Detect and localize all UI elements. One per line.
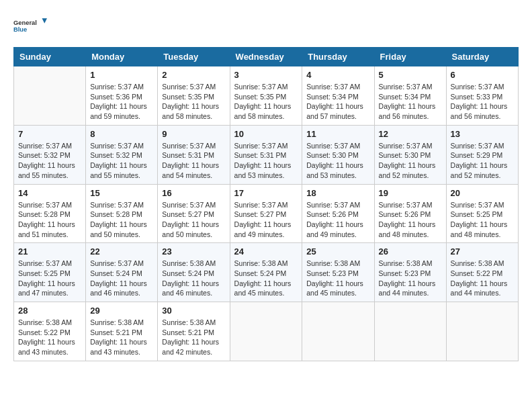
day-info: Sunrise: 5:38 AM Sunset: 5:24 PM Dayligh… — [234, 259, 298, 298]
day-number: 5 — [379, 70, 442, 80]
day-number: 6 — [451, 70, 514, 80]
svg-marker-2 — [42, 18, 48, 24]
weekday-header-sunday: Sunday — [14, 48, 86, 66]
day-number: 23 — [162, 246, 225, 257]
calendar-cell: 16 Sunrise: 5:37 AM Sunset: 5:27 PM Dayl… — [158, 184, 230, 243]
calendar-cell: 17 Sunrise: 5:37 AM Sunset: 5:27 PM Dayl… — [230, 184, 302, 243]
calendar-cell: 3 Sunrise: 5:37 AM Sunset: 5:35 PM Dayli… — [230, 66, 302, 126]
day-info: Sunrise: 5:38 AM Sunset: 5:21 PM Dayligh… — [162, 318, 225, 357]
day-number: 12 — [379, 129, 442, 139]
day-info: Sunrise: 5:37 AM Sunset: 5:28 PM Dayligh… — [18, 200, 81, 240]
day-info: Sunrise: 5:37 AM Sunset: 5:25 PM Dayligh… — [451, 200, 514, 240]
calendar-cell: 4 Sunrise: 5:37 AM Sunset: 5:34 PM Dayli… — [302, 66, 374, 126]
day-number: 3 — [234, 70, 298, 80]
calendar-cell: 27 Sunrise: 5:38 AM Sunset: 5:22 PM Dayl… — [446, 243, 518, 302]
day-number: 8 — [90, 129, 153, 139]
day-number: 1 — [90, 70, 153, 80]
calendar-cell: 18 Sunrise: 5:37 AM Sunset: 5:26 PM Dayl… — [302, 184, 374, 243]
calendar-cell: 28 Sunrise: 5:38 AM Sunset: 5:22 PM Dayl… — [14, 302, 86, 361]
week-row-2: 7 Sunrise: 5:37 AM Sunset: 5:32 PM Dayli… — [14, 125, 519, 184]
weekday-header-thursday: Thursday — [302, 48, 374, 66]
calendar-cell: 29 Sunrise: 5:38 AM Sunset: 5:21 PM Dayl… — [86, 302, 158, 361]
day-number: 4 — [306, 70, 369, 80]
day-number: 25 — [306, 246, 369, 257]
day-info: Sunrise: 5:37 AM Sunset: 5:30 PM Dayligh… — [379, 141, 442, 181]
day-number: 16 — [162, 188, 225, 198]
day-number: 14 — [18, 188, 81, 198]
day-info: Sunrise: 5:37 AM Sunset: 5:33 PM Dayligh… — [451, 82, 514, 122]
day-number: 20 — [451, 188, 514, 198]
day-info: Sunrise: 5:37 AM Sunset: 5:29 PM Dayligh… — [451, 141, 514, 181]
day-number: 13 — [451, 129, 514, 139]
day-number: 26 — [379, 246, 442, 257]
calendar-cell: 5 Sunrise: 5:37 AM Sunset: 5:34 PM Dayli… — [374, 66, 446, 126]
day-info: Sunrise: 5:37 AM Sunset: 5:25 PM Dayligh… — [18, 259, 81, 298]
calendar-cell — [374, 302, 446, 361]
calendar-cell — [14, 66, 86, 126]
day-info: Sunrise: 5:38 AM Sunset: 5:23 PM Dayligh… — [306, 259, 369, 298]
svg-text:Blue: Blue — [13, 26, 27, 33]
day-number: 28 — [18, 306, 81, 316]
calendar-cell: 15 Sunrise: 5:37 AM Sunset: 5:28 PM Dayl… — [86, 184, 158, 243]
day-info: Sunrise: 5:37 AM Sunset: 5:31 PM Dayligh… — [234, 141, 298, 181]
day-info: Sunrise: 5:37 AM Sunset: 5:31 PM Dayligh… — [162, 141, 225, 181]
day-info: Sunrise: 5:37 AM Sunset: 5:36 PM Dayligh… — [90, 82, 153, 122]
weekday-header-tuesday: Tuesday — [158, 48, 230, 66]
calendar-cell: 25 Sunrise: 5:38 AM Sunset: 5:23 PM Dayl… — [302, 243, 374, 302]
weekday-header-wednesday: Wednesday — [230, 48, 302, 66]
day-info: Sunrise: 5:37 AM Sunset: 5:28 PM Dayligh… — [90, 200, 153, 240]
week-row-1: 1 Sunrise: 5:37 AM Sunset: 5:36 PM Dayli… — [14, 66, 519, 126]
day-info: Sunrise: 5:37 AM Sunset: 5:35 PM Dayligh… — [234, 82, 298, 122]
calendar-cell: 21 Sunrise: 5:37 AM Sunset: 5:25 PM Dayl… — [14, 243, 86, 302]
day-info: Sunrise: 5:38 AM Sunset: 5:24 PM Dayligh… — [162, 259, 225, 298]
calendar-cell: 22 Sunrise: 5:37 AM Sunset: 5:24 PM Dayl… — [86, 243, 158, 302]
day-number: 27 — [451, 246, 514, 257]
day-number: 2 — [162, 70, 225, 80]
day-info: Sunrise: 5:37 AM Sunset: 5:35 PM Dayligh… — [162, 82, 225, 122]
day-info: Sunrise: 5:37 AM Sunset: 5:32 PM Dayligh… — [18, 141, 81, 181]
calendar-cell: 6 Sunrise: 5:37 AM Sunset: 5:33 PM Dayli… — [446, 66, 518, 126]
svg-text:General: General — [13, 19, 37, 26]
day-number: 7 — [18, 129, 81, 139]
calendar-cell: 13 Sunrise: 5:37 AM Sunset: 5:29 PM Dayl… — [446, 125, 518, 184]
day-info: Sunrise: 5:38 AM Sunset: 5:22 PM Dayligh… — [451, 259, 514, 298]
calendar-cell — [446, 302, 518, 361]
calendar-cell — [230, 302, 302, 361]
day-number: 22 — [90, 246, 153, 257]
day-info: Sunrise: 5:38 AM Sunset: 5:23 PM Dayligh… — [379, 259, 442, 298]
calendar-cell: 24 Sunrise: 5:38 AM Sunset: 5:24 PM Dayl… — [230, 243, 302, 302]
weekday-header-row: SundayMondayTuesdayWednesdayThursdayFrid… — [14, 48, 519, 66]
day-info: Sunrise: 5:37 AM Sunset: 5:26 PM Dayligh… — [306, 200, 369, 240]
day-number: 19 — [379, 188, 442, 198]
day-info: Sunrise: 5:37 AM Sunset: 5:32 PM Dayligh… — [90, 141, 153, 181]
day-info: Sunrise: 5:37 AM Sunset: 5:26 PM Dayligh… — [379, 200, 442, 240]
calendar-cell: 10 Sunrise: 5:37 AM Sunset: 5:31 PM Dayl… — [230, 125, 302, 184]
day-number: 21 — [18, 246, 81, 257]
calendar-cell: 11 Sunrise: 5:37 AM Sunset: 5:30 PM Dayl… — [302, 125, 374, 184]
calendar-cell: 2 Sunrise: 5:37 AM Sunset: 5:35 PM Dayli… — [158, 66, 230, 126]
calendar-cell: 12 Sunrise: 5:37 AM Sunset: 5:30 PM Dayl… — [374, 125, 446, 184]
day-number: 17 — [234, 188, 298, 198]
week-row-3: 14 Sunrise: 5:37 AM Sunset: 5:28 PM Dayl… — [14, 184, 519, 243]
week-row-5: 28 Sunrise: 5:38 AM Sunset: 5:22 PM Dayl… — [14, 302, 519, 361]
page-header: General Blue — [13, 13, 519, 40]
calendar-cell: 8 Sunrise: 5:37 AM Sunset: 5:32 PM Dayli… — [86, 125, 158, 184]
day-number: 10 — [234, 129, 298, 139]
calendar-cell: 14 Sunrise: 5:37 AM Sunset: 5:28 PM Dayl… — [14, 184, 86, 243]
calendar-cell: 9 Sunrise: 5:37 AM Sunset: 5:31 PM Dayli… — [158, 125, 230, 184]
day-info: Sunrise: 5:37 AM Sunset: 5:24 PM Dayligh… — [90, 259, 153, 298]
calendar-cell: 1 Sunrise: 5:37 AM Sunset: 5:36 PM Dayli… — [86, 66, 158, 126]
day-number: 18 — [306, 188, 369, 198]
day-info: Sunrise: 5:37 AM Sunset: 5:27 PM Dayligh… — [162, 200, 225, 240]
weekday-header-saturday: Saturday — [446, 48, 518, 66]
day-info: Sunrise: 5:37 AM Sunset: 5:27 PM Dayligh… — [234, 200, 298, 240]
day-number: 30 — [162, 306, 225, 316]
calendar-cell: 20 Sunrise: 5:37 AM Sunset: 5:25 PM Dayl… — [446, 184, 518, 243]
calendar-cell: 7 Sunrise: 5:37 AM Sunset: 5:32 PM Dayli… — [14, 125, 86, 184]
calendar-cell: 23 Sunrise: 5:38 AM Sunset: 5:24 PM Dayl… — [158, 243, 230, 302]
day-number: 11 — [306, 129, 369, 139]
week-row-4: 21 Sunrise: 5:37 AM Sunset: 5:25 PM Dayl… — [14, 243, 519, 302]
weekday-header-friday: Friday — [374, 48, 446, 66]
day-info: Sunrise: 5:37 AM Sunset: 5:34 PM Dayligh… — [306, 82, 369, 122]
logo: General Blue — [13, 13, 47, 40]
